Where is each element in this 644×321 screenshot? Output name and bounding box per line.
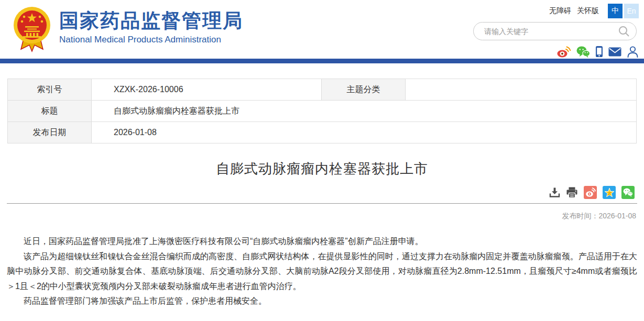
print-icon[interactable] <box>566 187 578 198</box>
share-weibo-icon[interactable] <box>584 186 597 199</box>
lang-english-button[interactable]: En <box>624 4 639 18</box>
title-value: 自膨式动脉瘤瘤内栓塞器获批上市 <box>92 101 637 122</box>
index-number-label: 索引号 <box>8 79 92 101</box>
article-body: 近日，国家药品监督管理局批准了上海微密医疗科技有限公司“自膨式动脉瘤瘤内栓塞器”… <box>7 234 637 309</box>
topic-category-label: 主题分类 <box>322 79 406 101</box>
title-label: 标题 <box>8 101 92 122</box>
document-info-table: 索引号 XZXK-2026-10006 主题分类 标题 自膨式动脉瘤瘤内栓塞器获… <box>7 79 637 143</box>
header-right-panel: 无障碍 关怀版 中 En <box>473 0 639 59</box>
publish-date-value: 2026-01-08 <box>92 122 637 143</box>
accessibility-link[interactable]: 无障碍 <box>549 6 571 16</box>
social-icons-row <box>473 46 639 58</box>
site-title-en: National Medical Products Administration <box>59 35 243 45</box>
care-version-link[interactable]: 关怀版 <box>577 6 599 16</box>
share-qzone-icon[interactable] <box>603 186 616 199</box>
publish-time: 发布时间：2026-01-08 <box>7 212 637 221</box>
site-title-zh: 国家药品监督管理局 <box>59 10 243 32</box>
table-row: 标题 自膨式动脉瘤瘤内栓塞器获批上市 <box>8 101 637 122</box>
lang-chinese-button[interactable]: 中 <box>608 4 623 18</box>
search-icon[interactable] <box>618 26 630 39</box>
index-number-value: XZXK-2026-10006 <box>92 79 322 101</box>
article-tools-row <box>7 186 637 199</box>
table-row: 索引号 XZXK-2026-10006 主题分类 <box>8 79 637 101</box>
site-title-group: 国家药品监督管理局 National Medical Products Admi… <box>59 4 243 45</box>
topic-category-value <box>406 79 637 101</box>
header-divider-bar <box>0 59 644 63</box>
mail-icon[interactable] <box>608 47 621 57</box>
article-paragraph: 近日，国家药品监督管理局批准了上海微密医疗科技有限公司“自膨式动脉瘤瘤内栓塞器”… <box>7 234 637 249</box>
search-input[interactable] <box>474 23 636 40</box>
search-box <box>473 22 637 40</box>
site-header: 国家药品监督管理局 National Medical Products Admi… <box>0 0 644 59</box>
share-wechat-icon[interactable] <box>621 186 635 199</box>
publish-date-label: 发布日期 <box>8 122 92 143</box>
download-icon[interactable] <box>549 187 560 198</box>
user-icon[interactable] <box>627 46 639 58</box>
content-area: 索引号 XZXK-2026-10006 主题分类 标题 自膨式动脉瘤瘤内栓塞器获… <box>0 79 644 309</box>
title-divider-rule <box>7 203 637 204</box>
site-brand[interactable]: 国家药品监督管理局 National Medical Products Admi… <box>13 0 243 59</box>
article-paragraph: 该产品为超细镍钛丝和镍钛合金丝混合编织而成的高密度、自膨式网状结构体，在提供显影… <box>7 249 637 294</box>
mobile-icon[interactable] <box>595 46 603 58</box>
article-paragraph: 药品监督管理部门将加强该产品上市后监管，保护患者用械安全。 <box>7 294 637 309</box>
wechat-icon[interactable] <box>576 46 590 58</box>
national-emblem-logo <box>13 4 51 52</box>
utility-links-row: 无障碍 关怀版 中 En <box>473 4 639 18</box>
table-row: 发布日期 2026-01-08 <box>8 122 637 143</box>
article-title: 自膨式动脉瘤瘤内栓塞器获批上市 <box>7 160 637 178</box>
weibo-icon[interactable] <box>557 46 571 58</box>
